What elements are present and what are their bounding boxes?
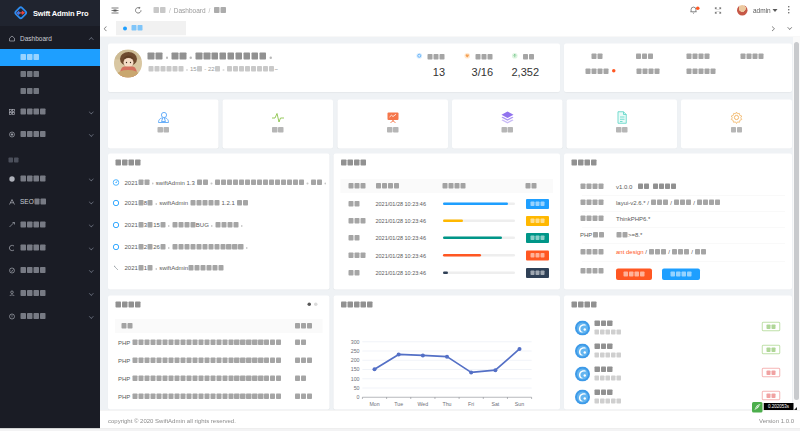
svg-text:Fri: Fri xyxy=(468,401,474,407)
svg-text:Wed: Wed xyxy=(417,401,428,407)
svg-text:300: 300 xyxy=(351,339,360,345)
svg-text:100: 100 xyxy=(351,376,360,382)
svg-text:Sat: Sat xyxy=(491,401,499,407)
svg-text:50: 50 xyxy=(354,385,360,391)
svg-text:Mon: Mon xyxy=(369,401,379,407)
svg-text:0: 0 xyxy=(357,394,360,400)
svg-text:200: 200 xyxy=(351,357,360,363)
svg-text:150: 150 xyxy=(351,366,360,372)
svg-text:250: 250 xyxy=(351,348,360,354)
svg-text:Sun: Sun xyxy=(515,401,524,407)
svg-text:Tue: Tue xyxy=(394,401,403,407)
svg-text:Thu: Thu xyxy=(442,401,451,407)
